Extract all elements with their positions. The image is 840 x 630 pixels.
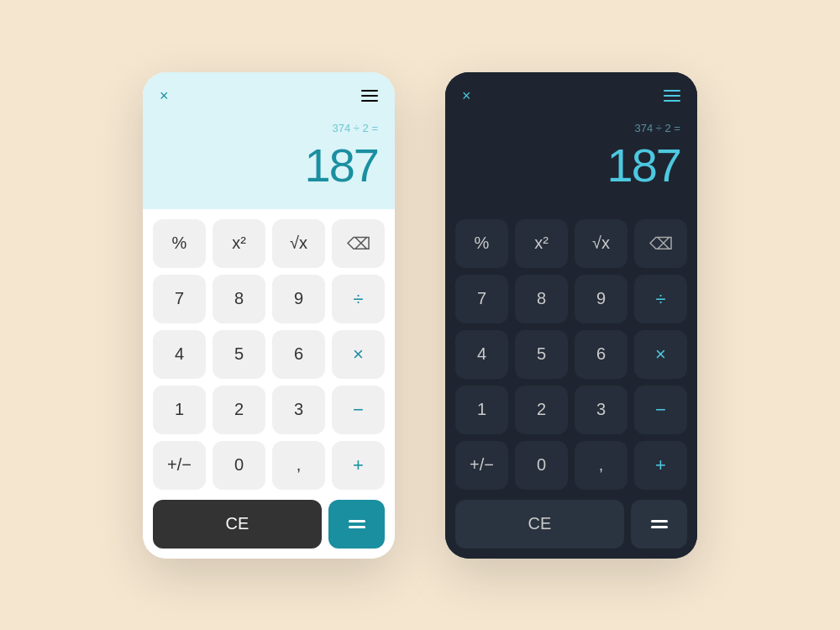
btn-multiply-dark[interactable]: × bbox=[634, 330, 687, 379]
btn-equals-dark[interactable] bbox=[631, 500, 687, 549]
close-icon-dark[interactable]: × bbox=[462, 87, 471, 105]
menu-icon-light[interactable] bbox=[361, 90, 378, 102]
btn-negate-light[interactable]: +/− bbox=[153, 441, 206, 490]
btn-7-light[interactable]: 7 bbox=[153, 275, 206, 323]
display-dark: 374 ÷ 2 = 187 bbox=[445, 115, 697, 209]
btn-backspace-light[interactable]: ⌫ bbox=[332, 219, 385, 268]
btn-3-dark[interactable]: 3 bbox=[575, 386, 627, 434]
menu-icon-dark[interactable] bbox=[664, 90, 680, 102]
btn-plus-dark[interactable]: + bbox=[634, 441, 687, 490]
btn-4-dark[interactable]: 4 bbox=[455, 330, 508, 379]
btn-backspace-dark[interactable]: ⌫ bbox=[634, 219, 687, 268]
btn-percent-dark[interactable]: % bbox=[455, 219, 508, 268]
expression-dark: 374 ÷ 2 = bbox=[462, 122, 680, 134]
btn-minus-dark[interactable]: − bbox=[634, 386, 687, 434]
btn-divide-light[interactable]: ÷ bbox=[332, 275, 385, 323]
equals-icon-dark bbox=[651, 520, 668, 528]
calculator-light: × 374 ÷ 2 = 187 % x² √x ⌫ 7 8 9 ÷ 4 5 6 … bbox=[143, 72, 395, 559]
btn-6-light[interactable]: 6 bbox=[272, 330, 325, 379]
header-light: × bbox=[143, 72, 395, 115]
close-icon-light[interactable]: × bbox=[160, 87, 169, 105]
btn-1-light[interactable]: 1 bbox=[153, 386, 206, 434]
btn-4-light[interactable]: 4 bbox=[153, 330, 206, 379]
buttons-grid-dark: % x² √x ⌫ 7 8 9 ÷ 4 5 6 × 1 2 3 − +/− 0 … bbox=[445, 209, 697, 500]
btn-8-light[interactable]: 8 bbox=[213, 275, 265, 323]
btn-2-dark[interactable]: 2 bbox=[515, 386, 568, 434]
btn-square-light[interactable]: x² bbox=[213, 219, 265, 268]
calculator-dark: × 374 ÷ 2 = 187 % x² √x ⌫ 7 8 9 ÷ 4 5 6 … bbox=[445, 72, 697, 559]
btn-0-dark[interactable]: 0 bbox=[515, 441, 568, 490]
btn-1-dark[interactable]: 1 bbox=[455, 386, 508, 434]
btn-sqrt-dark[interactable]: √x bbox=[575, 219, 627, 268]
btn-6-dark[interactable]: 6 bbox=[575, 330, 627, 379]
btn-ce-light[interactable]: CE bbox=[153, 500, 322, 549]
equals-icon-light bbox=[349, 520, 365, 528]
display-light: 374 ÷ 2 = 187 bbox=[143, 115, 395, 209]
btn-equals-light[interactable] bbox=[328, 500, 385, 549]
btn-percent-light[interactable]: % bbox=[153, 219, 206, 268]
footer-dark: CE bbox=[445, 500, 697, 559]
btn-9-dark[interactable]: 9 bbox=[575, 275, 627, 323]
header-dark: × bbox=[445, 72, 697, 115]
btn-7-dark[interactable]: 7 bbox=[455, 275, 508, 323]
footer-light: CE bbox=[143, 500, 395, 559]
btn-3-light[interactable]: 3 bbox=[272, 386, 325, 434]
result-dark: 187 bbox=[462, 138, 680, 192]
btn-8-dark[interactable]: 8 bbox=[515, 275, 568, 323]
btn-0-light[interactable]: 0 bbox=[213, 441, 265, 490]
result-light: 187 bbox=[160, 138, 378, 192]
btn-5-dark[interactable]: 5 bbox=[515, 330, 568, 379]
expression-light: 374 ÷ 2 = bbox=[160, 122, 378, 134]
btn-2-light[interactable]: 2 bbox=[213, 386, 265, 434]
btn-negate-dark[interactable]: +/− bbox=[455, 441, 508, 490]
btn-square-dark[interactable]: x² bbox=[515, 219, 568, 268]
btn-minus-light[interactable]: − bbox=[332, 386, 385, 434]
btn-divide-dark[interactable]: ÷ bbox=[634, 275, 687, 323]
btn-ce-dark[interactable]: CE bbox=[455, 500, 624, 549]
btn-5-light[interactable]: 5 bbox=[213, 330, 265, 379]
btn-9-light[interactable]: 9 bbox=[272, 275, 325, 323]
btn-comma-light[interactable]: , bbox=[272, 441, 325, 490]
buttons-grid-light: % x² √x ⌫ 7 8 9 ÷ 4 5 6 × 1 2 3 − +/− 0 … bbox=[143, 209, 395, 500]
btn-comma-dark[interactable]: , bbox=[575, 441, 627, 490]
btn-sqrt-light[interactable]: √x bbox=[272, 219, 325, 268]
btn-plus-light[interactable]: + bbox=[332, 441, 385, 490]
btn-multiply-light[interactable]: × bbox=[332, 330, 385, 379]
